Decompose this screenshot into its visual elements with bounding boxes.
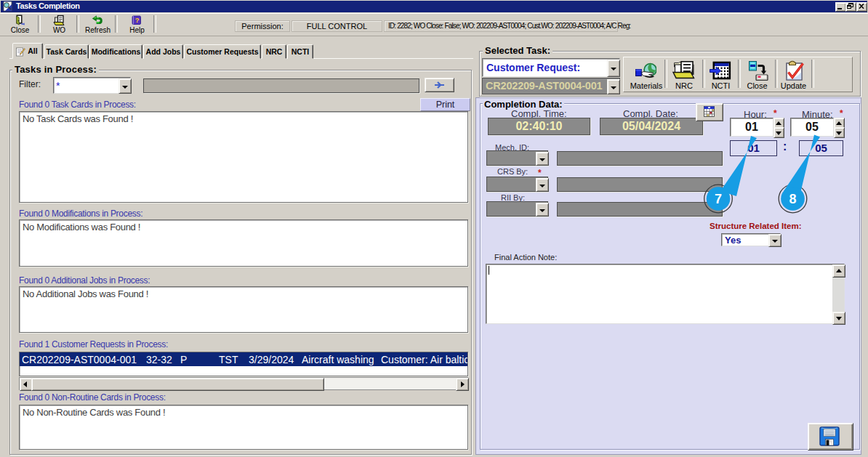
svg-text:7: 7 [715,192,722,206]
svg-text:8: 8 [789,192,796,206]
svg-text:?: ? [135,16,140,24]
